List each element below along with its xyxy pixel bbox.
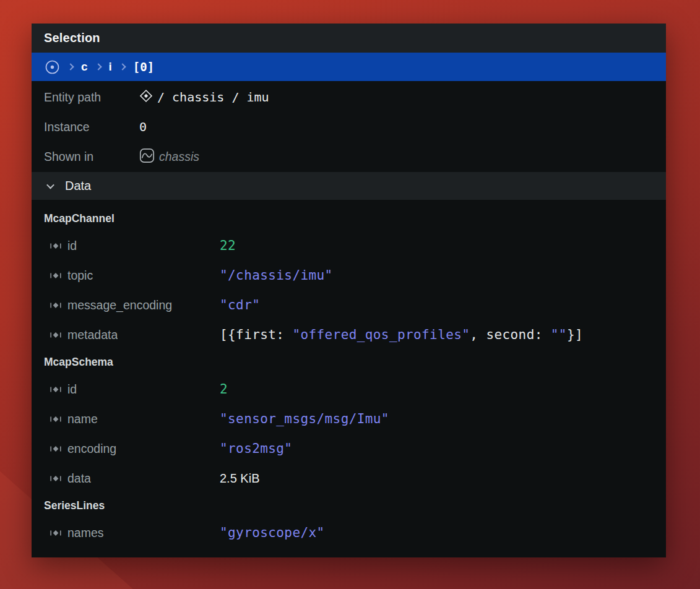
table-row: data 2.5 KiB bbox=[32, 463, 666, 493]
entity-path-value[interactable]: / chassis / imu bbox=[139, 89, 666, 105]
chevron-right-icon bbox=[119, 63, 126, 70]
group-name-mcapchannel: McapChannel bbox=[32, 206, 666, 231]
table-row: name "sensor_msgs/msg/Imu" bbox=[32, 404, 666, 434]
field-value: 2.5 KiB bbox=[220, 471, 666, 486]
table-row: names "gyroscope/x" bbox=[32, 518, 666, 548]
timeseries-view-icon bbox=[139, 148, 155, 166]
table-row: encoding "ros2msg" bbox=[32, 434, 666, 463]
field-label: topic bbox=[67, 269, 93, 283]
panel-title: Selection bbox=[44, 31, 100, 45]
table-row: metadata [{first: "offered_qos_profiles"… bbox=[32, 320, 666, 350]
field-label: name bbox=[67, 412, 98, 426]
breadcrumb: c i [0] bbox=[32, 53, 666, 81]
field-label: message_encoding bbox=[67, 298, 172, 312]
table-row: message_encoding "cdr" bbox=[32, 290, 666, 320]
component-icon bbox=[50, 241, 62, 251]
group-name-serieslines: SeriesLines bbox=[32, 493, 666, 518]
component-icon bbox=[50, 444, 62, 454]
instance-row: Instance 0 bbox=[32, 112, 666, 142]
instance-value: 0 bbox=[139, 119, 147, 134]
field-label: encoding bbox=[67, 442, 116, 456]
field-label: names bbox=[67, 526, 104, 540]
field-value: [{first: "offered_qos_profiles", second:… bbox=[220, 327, 666, 342]
chevron-down-icon bbox=[46, 181, 54, 189]
data-section-body: McapChannel id 22 bbox=[32, 200, 666, 557]
component-icon bbox=[50, 415, 62, 424]
field-value: "ros2msg" bbox=[220, 441, 666, 456]
desktop-background: Selection c i [0] Entity path bbox=[0, 0, 700, 589]
component-icon bbox=[50, 301, 62, 310]
field-label: metadata bbox=[67, 328, 118, 342]
field-value: 22 bbox=[220, 238, 666, 253]
selection-panel-header: Selection bbox=[32, 24, 666, 53]
shown-in-view-name: chassis bbox=[159, 150, 199, 164]
instance-label: Instance bbox=[44, 120, 139, 134]
field-value: "cdr" bbox=[220, 298, 666, 312]
breadcrumb-item-imu[interactable]: i bbox=[109, 60, 112, 74]
entity-icon bbox=[139, 89, 153, 105]
table-row: id 2 bbox=[32, 374, 666, 404]
shown-in-label: Shown in bbox=[44, 150, 139, 164]
entity-path-row: Entity path / chassis / imu bbox=[32, 82, 666, 112]
selection-panel: Selection c i [0] Entity path bbox=[32, 24, 666, 557]
field-value: "gyroscope/x" bbox=[220, 525, 666, 540]
field-label: id bbox=[67, 239, 77, 253]
field-value: "/chassis/imu" bbox=[220, 268, 666, 283]
field-value: 2 bbox=[220, 382, 666, 397]
shown-in-row: Shown in chassis bbox=[32, 142, 666, 171]
component-icon bbox=[50, 474, 62, 483]
table-row: id 22 bbox=[32, 231, 666, 260]
field-label: id bbox=[67, 382, 77, 397]
breadcrumb-item-instance[interactable]: [0] bbox=[133, 60, 154, 74]
recording-icon[interactable] bbox=[45, 59, 60, 75]
component-icon bbox=[50, 385, 62, 394]
field-label: data bbox=[67, 471, 91, 486]
data-section-header[interactable]: Data bbox=[32, 172, 666, 200]
field-value: "sensor_msgs/msg/Imu" bbox=[220, 411, 666, 426]
shown-in-value[interactable]: chassis bbox=[139, 148, 666, 166]
data-section-title: Data bbox=[65, 179, 91, 193]
entity-path-text: / chassis / imu bbox=[157, 90, 269, 105]
breadcrumb-item-chassis[interactable]: c bbox=[81, 60, 88, 74]
entity-path-label: Entity path bbox=[44, 90, 139, 105]
component-icon bbox=[50, 271, 62, 280]
component-icon bbox=[50, 330, 62, 340]
table-row: topic "/chassis/imu" bbox=[32, 260, 666, 290]
overview-section: Entity path / chassis / imu Instance 0 bbox=[32, 81, 666, 172]
group-name-mcapschema: McapSchema bbox=[32, 350, 666, 374]
chevron-right-icon bbox=[95, 63, 102, 70]
chevron-right-icon bbox=[67, 63, 74, 70]
component-icon bbox=[50, 528, 62, 538]
